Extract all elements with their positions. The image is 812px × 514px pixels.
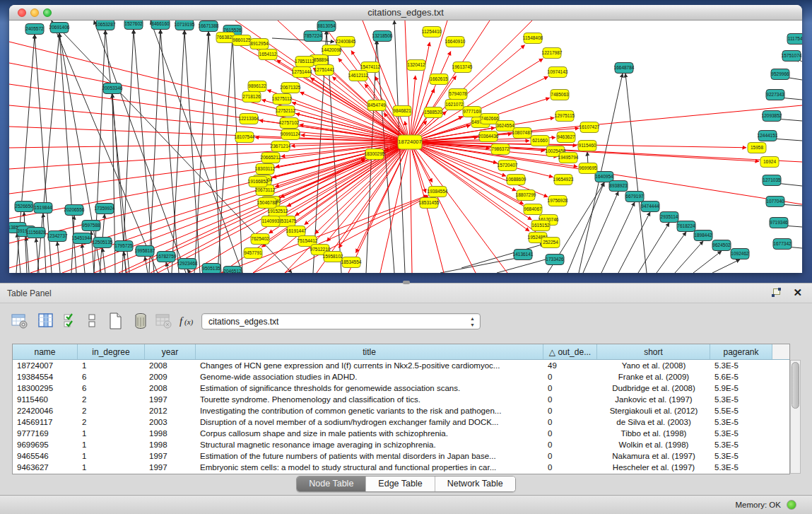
graph-node[interactable]: 1654112 — [259, 49, 277, 60]
graph-node[interactable]: 1271035 — [763, 175, 781, 186]
graph-node[interactable]: 7857224 — [304, 31, 322, 42]
graph-node[interactable]: 16107427 — [579, 122, 600, 133]
graph-node[interactable]: 17359924 — [95, 204, 115, 214]
graph-node[interactable]: 16191447 — [286, 226, 307, 237]
table-row[interactable]: 2242004622012Investigating the contribut… — [13, 405, 789, 416]
graph-node[interactable]: 10974143 — [548, 67, 568, 78]
network-table-select[interactable]: citations_edges.txt ▲▼ — [201, 313, 481, 329]
graph-node[interactable]: 9474444 — [641, 201, 659, 212]
network-canvas-svg[interactable]: 2405572206914061065328715276028466160107… — [9, 21, 802, 273]
graph-node[interactable]: 19958187 — [135, 246, 155, 257]
graph-node[interactable]: 9529966 — [771, 69, 789, 80]
graph-node[interactable]: 20206556 — [64, 205, 85, 216]
graph-node[interactable]: 20671325 — [281, 83, 301, 93]
graph-node[interactable]: 12444151 — [758, 131, 778, 141]
function-builder-icon[interactable]: f(x) — [178, 312, 197, 333]
graph-node[interactable]: 1795725 — [114, 241, 133, 252]
graph-node[interactable]: 1615152 — [531, 221, 550, 231]
graph-node[interactable]: 9699695 — [579, 163, 597, 174]
graph-node[interactable]: 19275112 — [272, 94, 293, 105]
graph-node[interactable]: 12217987 — [542, 48, 563, 59]
column-header-short[interactable]: short — [597, 344, 710, 359]
graph-node[interactable]: 12751441 — [314, 65, 335, 76]
column-chooser-icon[interactable] — [83, 312, 102, 333]
column-header-pagerank[interactable]: pagerank — [710, 344, 772, 359]
graph-node[interactable]: 9227343 — [766, 90, 784, 100]
graph-node[interactable]: 7663822 — [216, 33, 235, 43]
graph-node[interactable]: 9457791 — [244, 248, 262, 259]
graph-node[interactable]: 16671388 — [199, 21, 219, 32]
graph-node[interactable]: 16640910 — [445, 37, 466, 47]
table-row[interactable]: 1456911722003Disruption of a novel membe… — [13, 416, 789, 428]
graph-node[interactable]: 15720407 — [498, 160, 518, 171]
graph-node[interactable]: 6679197 — [625, 192, 644, 202]
graph-node[interactable]: 2526650 — [15, 201, 33, 212]
graph-node[interactable]: 15958102 — [323, 252, 343, 262]
graph-node[interactable]: 7625402 — [251, 234, 269, 245]
graph-node[interactable]: 19166852 — [248, 177, 269, 187]
graph-node[interactable]: 2718126 — [242, 92, 261, 103]
table-row[interactable]: 977716911998Corpus callosum shape and si… — [13, 428, 789, 439]
graph-node[interactable]: 1677342 — [773, 239, 792, 250]
column-header-in_degree[interactable]: in_degree — [78, 344, 145, 359]
graph-node[interactable]: 12975115 — [555, 111, 575, 122]
graph-node[interactable]: 11548408 — [523, 33, 543, 44]
graph-node[interactable]: 20691406 — [49, 23, 70, 33]
graph-node[interactable]: 10719195 — [175, 21, 195, 30]
graph-node[interactable]: 12093852 — [762, 111, 782, 122]
graph-node[interactable]: 15046788 — [257, 198, 278, 209]
table-row[interactable]: 1872400712008Changes of HCN gene express… — [13, 360, 789, 371]
graph-node[interactable]: 2046512 — [223, 267, 242, 274]
graph-node[interactable]: 14612112 — [348, 71, 369, 81]
network-canvas[interactable]: 2405572206914061065328715276028466160107… — [9, 21, 802, 273]
graph-node[interactable]: 9860125 — [233, 35, 251, 46]
table-settings-icon[interactable] — [10, 312, 29, 333]
graph-node[interactable]: 9463627 — [557, 132, 575, 143]
graph-node[interactable]: 18807299 — [516, 190, 536, 201]
graph-node[interactable]: 12505135 — [93, 238, 113, 248]
graph-node[interactable]: 621660 — [531, 136, 549, 146]
row-selection-icon[interactable] — [62, 312, 81, 333]
graph-node-hub[interactable]: 18724007 — [398, 135, 422, 149]
graph-node[interactable]: 8454749 — [367, 100, 386, 111]
panel-resize-handle[interactable] — [403, 281, 410, 284]
graph-node[interactable]: 1519844 — [34, 203, 52, 214]
column-header-year[interactable]: year — [145, 344, 196, 359]
tab-edge-table[interactable]: Edge Table — [366, 477, 435, 491]
graph-node[interactable]: 5794078 — [449, 89, 467, 100]
tab-node-table[interactable]: Node Table — [297, 477, 366, 491]
float-panel-icon[interactable] — [772, 288, 781, 297]
graph-node[interactable]: 1092462 — [731, 249, 749, 259]
table-scrollbar[interactable] — [790, 360, 801, 474]
column-header-name[interactable]: name — [13, 344, 78, 359]
graph-node[interactable]: 19384554 — [428, 187, 448, 197]
graph-node[interactable]: 12213364 — [239, 114, 259, 124]
graph-node[interactable]: 18303112 — [255, 164, 276, 175]
table-scrollbar-thumb[interactable] — [792, 362, 799, 409]
column-header-title[interactable]: title — [196, 344, 543, 359]
graph-node[interactable]: 18107544 — [235, 132, 255, 143]
graph-node[interactable]: 20665212 — [261, 153, 281, 163]
close-panel-icon[interactable]: ✕ — [793, 286, 802, 299]
graph-node[interactable]: 20364436 — [478, 132, 499, 142]
graph-node[interactable]: 7618224 — [677, 221, 695, 232]
graph-node[interactable]: 16924 — [760, 157, 779, 168]
graph-node[interactable]: 18531455 — [419, 198, 440, 209]
graph-node[interactable]: 1621072 — [445, 100, 464, 110]
table-row[interactable]: 911546021997Tourette syndrome. Phenomeno… — [13, 394, 789, 405]
graph-node[interactable]: 9896122 — [248, 81, 266, 92]
graph-node[interactable]: 1733426 — [546, 255, 564, 265]
graph-node[interactable]: 19654923 — [553, 175, 574, 185]
graph-node[interactable]: 14420098 — [322, 45, 342, 56]
graph-node[interactable]: 18300295 — [365, 149, 385, 160]
graph-node[interactable]: 1077040 — [766, 197, 784, 207]
table-row[interactable]: 946362711997Embryonic stem cells: a mode… — [13, 462, 789, 473]
graph-node[interactable]: 15751074 — [782, 51, 802, 62]
graph-node[interactable]: 12751444 — [292, 67, 312, 78]
graph-node[interactable]: 2405572 — [25, 24, 44, 35]
graph-node[interactable]: 9846821 — [393, 106, 411, 117]
graph-node[interactable]: 8466160 — [151, 21, 170, 30]
graph-node[interactable]: 1640954 — [595, 172, 613, 182]
graph-node[interactable]: 9505135 — [202, 264, 220, 274]
graph-node[interactable]: 90991124 — [281, 129, 301, 140]
